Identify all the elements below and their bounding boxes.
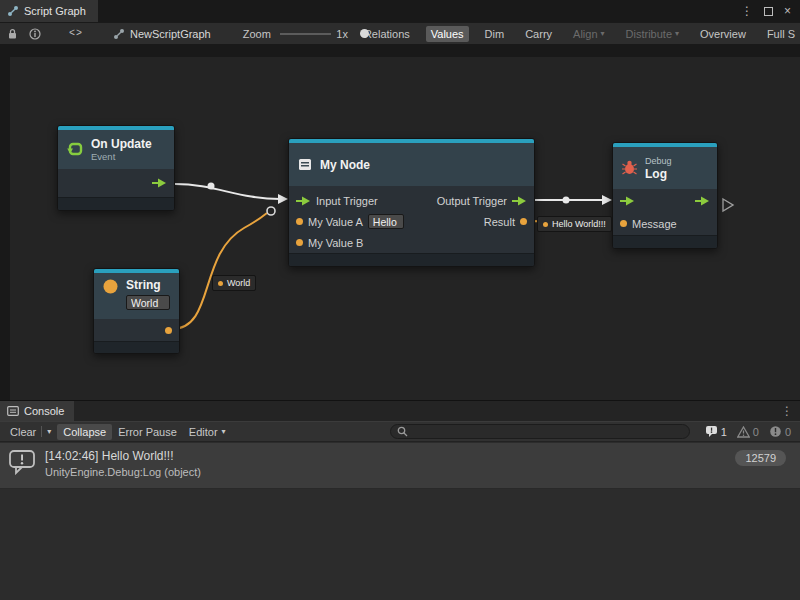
wire-value-chip: World — [212, 275, 256, 291]
node-category: Debug — [645, 156, 672, 166]
node-title: String — [126, 278, 170, 292]
node-string[interactable]: String — [93, 268, 180, 354]
graph-toolbar: <> NewScriptGraph Zoom 1x Relations Valu… — [0, 22, 800, 44]
node-title: My Node — [320, 158, 370, 172]
node-footer — [289, 253, 534, 266]
editor-label: Editor — [189, 426, 218, 438]
dim-button[interactable]: Dim — [480, 26, 510, 42]
collapse-button[interactable]: Collapse — [57, 424, 112, 440]
log-line2: UnityEngine.Debug:Log (object) — [45, 466, 201, 478]
graph-asset-icon — [113, 28, 125, 40]
port-label: Result — [484, 216, 515, 228]
chevron-down-icon: ▾ — [222, 428, 226, 436]
bug-icon — [621, 160, 638, 176]
tab-script-graph[interactable]: Script Graph — [0, 0, 98, 22]
value-input-port[interactable] — [296, 218, 303, 225]
editor-button[interactable]: Editor ▾ — [183, 424, 232, 440]
tab-label: Script Graph — [24, 5, 86, 17]
maximize-icon[interactable] — [764, 7, 773, 16]
port-label: My Value B — [308, 237, 363, 249]
edit-source-icon[interactable]: <> — [69, 28, 83, 39]
value-dot-icon — [543, 222, 548, 227]
node-header[interactable]: String — [94, 273, 179, 319]
values-button[interactable]: Values — [426, 26, 469, 42]
trigger-input-port[interactable] — [620, 196, 635, 206]
divider — [41, 426, 42, 437]
error-filter-toggle[interactable]: 0 — [764, 425, 796, 438]
zoom-value: 1x — [336, 28, 348, 40]
value-input-port[interactable] — [296, 239, 303, 246]
value-a-field[interactable] — [368, 214, 404, 229]
distribute-button[interactable]: Distribute ▾ — [621, 26, 684, 42]
info-message-icon — [705, 425, 718, 438]
console-tab-label: Console — [24, 405, 64, 417]
wire-value-label: Hello World!!! — [552, 219, 606, 229]
chevron-down-icon: ▾ — [601, 30, 605, 38]
node-header[interactable]: On Update Event — [58, 130, 174, 169]
zoom-label: Zoom — [243, 28, 271, 40]
tab-console[interactable]: Console — [0, 401, 74, 421]
warning-filter-toggle[interactable]: 0 — [732, 426, 764, 438]
port-label: Message — [632, 218, 677, 230]
update-loop-icon — [66, 141, 84, 158]
console-search[interactable] — [390, 424, 690, 439]
node-header[interactable]: My Node — [289, 143, 534, 186]
search-icon — [397, 426, 408, 437]
info-count: 1 — [721, 426, 727, 438]
value-dot-icon — [218, 281, 223, 286]
node-header[interactable]: Debug Log — [613, 147, 717, 189]
error-icon — [769, 425, 782, 438]
console-tabbar: Console ⋮ — [0, 401, 800, 421]
node-footer — [94, 341, 179, 353]
value-output-port[interactable] — [520, 218, 527, 225]
align-label: Align — [573, 28, 597, 40]
trigger-input-port[interactable] — [296, 196, 311, 206]
node-my-node[interactable]: My Node Input Trigger Output Trigger — [288, 138, 535, 267]
graph-top-strip — [0, 44, 800, 57]
console-menu-icon[interactable]: ⋮ — [781, 404, 793, 418]
clear-button[interactable]: Clear ▾ — [4, 424, 57, 440]
trigger-output-port[interactable] — [695, 196, 710, 206]
window-controls: ⋮ × — [741, 0, 800, 22]
node-title: Log — [645, 167, 672, 181]
console-tab-icon — [7, 406, 19, 416]
port-label: My Value A — [308, 216, 363, 228]
log-line1: [14:02:46] Hello World!!! — [45, 449, 201, 463]
value-output-port[interactable] — [165, 327, 172, 334]
string-literal-icon — [102, 278, 119, 295]
port-label: Output Trigger — [437, 195, 507, 207]
lock-icon[interactable] — [7, 28, 18, 40]
console-toolbar: Clear ▾ Collapse Error Pause Editor ▾ — [0, 421, 800, 442]
wire-value-label: World — [227, 278, 250, 288]
carry-button[interactable]: Carry — [520, 26, 557, 42]
collapse-count-badge: 12579 — [735, 450, 786, 466]
zoom-slider-thumb[interactable] — [360, 29, 369, 38]
graph-name[interactable]: NewScriptGraph — [113, 28, 211, 40]
window-menu-icon[interactable]: ⋮ — [741, 5, 753, 17]
zoom-slider-track — [280, 33, 331, 35]
console-search-input[interactable] — [412, 426, 683, 438]
trigger-output-port[interactable] — [512, 196, 527, 206]
chevron-down-icon: ▾ — [675, 30, 679, 38]
close-icon[interactable]: × — [784, 4, 791, 18]
warning-icon — [737, 426, 750, 438]
console-panel: Console ⋮ Clear ▾ Collapse Error Pause E… — [0, 400, 800, 600]
trigger-output-port[interactable] — [151, 178, 167, 188]
info-filter-toggle[interactable]: 1 — [700, 425, 732, 438]
fullscreen-button[interactable]: Full S — [762, 26, 800, 42]
clear-label: Clear — [10, 426, 36, 438]
string-value-field[interactable] — [126, 295, 170, 310]
node-title: On Update — [91, 137, 152, 151]
node-on-update[interactable]: On Update Event — [57, 125, 175, 211]
align-button[interactable]: Align ▾ — [568, 26, 609, 42]
overview-button[interactable]: Overview — [695, 26, 751, 42]
error-pause-button[interactable]: Error Pause — [112, 424, 183, 440]
distribute-label: Distribute — [626, 28, 672, 40]
script-graph-icon — [7, 5, 19, 17]
info-icon[interactable] — [29, 28, 41, 40]
value-input-port[interactable] — [620, 220, 627, 227]
console-log-entry[interactable]: [14:02:46] Hello World!!! UnityEngine.De… — [0, 443, 800, 489]
unity-window: Script Graph ⋮ × <> NewScriptGraph Zoom … — [0, 0, 800, 600]
zoom-slider[interactable] — [280, 27, 331, 41]
node-debug-log[interactable]: Debug Log Message — [612, 142, 718, 249]
